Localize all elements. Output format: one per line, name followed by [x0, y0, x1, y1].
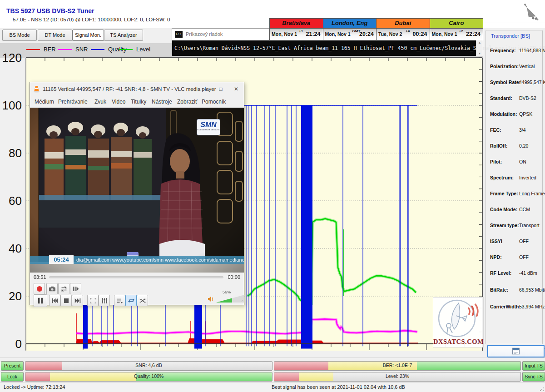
menu-tools[interactable]: Nástroje: [152, 99, 172, 105]
clock-city: Cairo: [430, 19, 483, 29]
maximize-button[interactable]: □: [213, 82, 228, 96]
cmd-window-title: Príkazový riadok: [186, 31, 223, 37]
snapshot-button[interactable]: [46, 283, 58, 294]
record-button[interactable]: [34, 283, 45, 294]
field-value: 11164,888 MHz: [519, 48, 545, 53]
scroll-down-icon[interactable]: ▼: [476, 51, 483, 56]
equalizer-button[interactable]: [99, 295, 110, 306]
tab-signal-mon[interactable]: Signal Mon.: [72, 30, 104, 41]
seek-bar[interactable]: [49, 276, 223, 278]
field-value: OFF: [519, 238, 529, 244]
playlist-button[interactable]: [114, 295, 125, 306]
menu-medium[interactable]: Médium: [35, 99, 54, 105]
clock-offset: +1: [299, 29, 303, 33]
ber-bar: BER: <1.0E-7: [274, 361, 521, 371]
field-label: ISSYI: [490, 238, 502, 244]
field-value: ON: [519, 159, 526, 164]
list-icon: [512, 348, 520, 355]
app-title: TBS 5927 USB DVB-S2 Tuner: [6, 7, 94, 15]
volume-percent: 56%: [223, 290, 231, 294]
legend-snr: SNR: [58, 46, 88, 55]
field-label: Polarization:: [490, 64, 519, 69]
field-label: Symbol Rate:: [490, 79, 520, 85]
stop-button[interactable]: [60, 295, 72, 306]
smn-logo-subtext: SIDAMA MEDIA NETWORK: [197, 129, 220, 131]
lock-button[interactable]: Lock: [1, 372, 24, 382]
transponder-field-row: Frame Type:Long Frame: [490, 187, 543, 203]
close-button[interactable]: ✕: [228, 82, 244, 96]
field-label: CarrierWidth:: [490, 304, 520, 309]
sync-ts-button[interactable]: Sync TS: [522, 372, 545, 382]
clock-date: Tue, Nov 2: [378, 31, 402, 37]
loop-button[interactable]: [125, 295, 137, 306]
transponder-field-row: BitRate:66,953 Mbit/s: [490, 283, 543, 300]
minimize-button[interactable]: –: [198, 82, 213, 96]
fullscreen-button[interactable]: [87, 295, 99, 306]
menu-audio[interactable]: Zvuk: [94, 99, 106, 105]
smn-channel-logo: SMN SIDAMA MEDIA NETWORK: [197, 119, 220, 135]
clock-time: 21:24: [306, 31, 321, 37]
svg-text:A: A: [61, 289, 63, 292]
tab-dt-mode[interactable]: DT Mode: [38, 30, 72, 41]
field-value: 53,994 MHz: [519, 304, 545, 309]
satellite-dish-icon: [522, 1, 542, 25]
clock-dubai: Dubai Tue, Nov 2+400:24: [377, 19, 430, 40]
field-value: Transport: [519, 223, 540, 228]
present-button[interactable]: Present: [1, 361, 24, 371]
clock-date: Mon, Nov 1: [432, 31, 457, 37]
field-value: QPSK: [519, 111, 532, 117]
panel-divider: [484, 23, 545, 23]
loop-ab-button[interactable]: AB: [58, 283, 69, 294]
resize-grip[interactable]: [540, 387, 544, 392]
previous-button[interactable]: [49, 295, 60, 306]
statusbar: Locked -> Uptime: 72:13:24 Best signal h…: [0, 382, 545, 392]
svg-text:B: B: [64, 287, 66, 289]
shuffle-button[interactable]: [137, 295, 148, 306]
vlc-titlebar[interactable]: 11165 Vertical 44995,547 / RF: -41 SNR: …: [30, 82, 244, 96]
y-axis-tick-label: 100: [0, 99, 22, 113]
world-clocks: Bratislava Mon, Nov 1+121:24 London, Eng…: [269, 18, 483, 40]
ber-line-swatch: [26, 49, 40, 50]
transponder-list-button[interactable]: [487, 345, 545, 357]
field-value: 66,953 Mbit/s: [519, 287, 545, 293]
field-label: Stream type:: [490, 223, 519, 228]
snr-bar: SNR: 4,6 dB: [25, 361, 272, 371]
input-ts-button[interactable]: Input TS: [522, 361, 545, 371]
clock-city: Bratislava: [270, 19, 323, 29]
scroll-up-icon[interactable]: ▲: [476, 40, 483, 45]
cmd-console[interactable]: C:\Users\Roman Dávid>NSS 12-57°E_East Af…: [172, 40, 477, 56]
field-value: Long Frame: [519, 191, 545, 196]
field-label: Standard:: [490, 95, 512, 101]
field-value: CCM: [519, 207, 530, 212]
menu-help[interactable]: Pomocník: [202, 99, 226, 105]
lock-uptime-status: Locked -> Uptime: 72:13:24: [4, 384, 65, 390]
field-value: DVB-S2: [519, 95, 536, 101]
transponder-groupbox: Transponder [BS] Frequency:11164,888 MHz…: [486, 30, 543, 344]
vlc-seek-row: 03:51 00:00: [30, 273, 244, 282]
field-value: 0.20: [519, 143, 528, 149]
legend-level: Level: [119, 46, 150, 55]
frame-step-button[interactable]: [70, 283, 81, 294]
vlc-resize-grip[interactable]: ⋰: [239, 300, 243, 304]
tab-ts-analyzer[interactable]: TS Analyzer (OK): [104, 30, 143, 41]
next-button[interactable]: [72, 295, 83, 306]
menu-view[interactable]: Zobraziť: [177, 99, 198, 105]
best-signal-status: Best signal has been seen at 2021-11-01 …: [272, 384, 405, 390]
menu-playback[interactable]: Prehrávanie: [58, 99, 88, 105]
pause-button[interactable]: [34, 294, 47, 307]
video-frame[interactable]: SMN SIDAMA MEDIA NETWORK 05:24 dia@gmail…: [30, 108, 244, 273]
field-label: FEC:: [490, 127, 501, 133]
field-label: Frequency:: [490, 48, 516, 53]
quality-bar: Quality: 100%: [25, 372, 272, 382]
tab-bs-mode[interactable]: BS Mode: [2, 30, 37, 41]
field-value: Vertical: [519, 64, 535, 69]
speaker-icon[interactable]: [208, 296, 214, 302]
ticker-time: 05:24: [49, 255, 74, 264]
cmd-scrollbar[interactable]: ▲ ▼: [476, 40, 483, 56]
transponder-panel: Transponder [BS] Frequency:11164,888 MHz…: [483, 24, 545, 358]
transponder-field-row: FEC:3/4: [490, 124, 543, 139]
clock-offset: +4: [406, 29, 410, 33]
menu-subtitles[interactable]: Titulky: [131, 99, 146, 105]
menu-video[interactable]: Video: [112, 99, 125, 105]
transponder-field-row: Code Mode:CCM: [490, 203, 543, 219]
